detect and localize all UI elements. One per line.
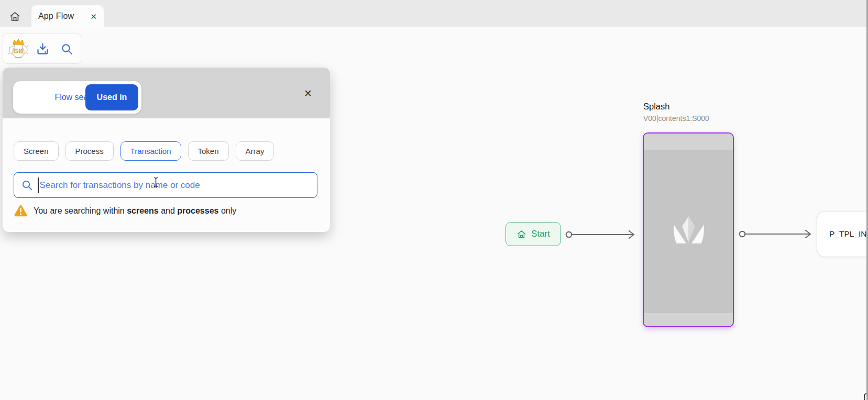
start-node-label: Start: [531, 229, 550, 239]
filter-chip-token[interactable]: Token: [188, 141, 229, 161]
used-in-search-panel: Flow search Used in ✕ Screen Process Tra…: [3, 68, 330, 232]
transaction-search-input[interactable]: [40, 180, 317, 191]
ibeam-mouse-cursor: [152, 177, 159, 187]
vertical-scrollbar[interactable]: [866, 0, 868, 400]
tab-close-icon[interactable]: ✕: [90, 13, 97, 20]
phone-statusbar: [644, 134, 733, 150]
start-node[interactable]: Start: [506, 222, 561, 246]
canvas-toolbar: GB: [3, 34, 81, 64]
search-input-icon: [21, 179, 33, 191]
home-button[interactable]: [4, 6, 25, 27]
download-icon: [36, 42, 50, 56]
transaction-search-box[interactable]: [14, 172, 317, 198]
process-node-label: P_TPL_IN: [829, 229, 867, 239]
panel-header: Flow search Used in ✕: [3, 68, 330, 118]
process-node-p-tpl-in[interactable]: P_TPL_IN: [817, 211, 868, 257]
warning-bold-processes: processes: [177, 206, 218, 215]
text-caret: [38, 177, 39, 193]
splash-logo-icon: [673, 216, 705, 244]
entity-filter-row: Screen Process Transaction Token Array: [14, 141, 274, 161]
top-tab-bar: App Flow ✕: [0, 0, 868, 27]
warning-part2: and: [159, 206, 178, 215]
mode-toggle: Flow search Used in: [13, 81, 141, 114]
download-button[interactable]: [31, 38, 53, 60]
warning-icon: [14, 204, 28, 217]
gb-logo-text: GB: [13, 47, 24, 55]
edge-splash-to-next: [740, 230, 810, 238]
start-home-icon: [517, 229, 526, 239]
gb-logo-button[interactable]: GB: [7, 38, 29, 60]
home-icon: [9, 10, 21, 23]
warning-text: You are searching within screens and pro…: [34, 206, 236, 216]
warning-part1: You are searching within: [34, 206, 127, 215]
tab-used-in[interactable]: Used in: [85, 84, 138, 110]
splash-screen-node[interactable]: [643, 132, 734, 327]
edge-start-to-splash: [566, 231, 634, 238]
warning-bold-screens: screens: [127, 206, 159, 215]
splash-node-subtitle: V00|contents1:S000: [643, 114, 709, 123]
filter-chip-screen[interactable]: Screen: [14, 141, 59, 161]
tab-app-flow[interactable]: App Flow ✕: [31, 5, 104, 27]
search-icon: [60, 42, 73, 55]
warning-part3: only: [218, 206, 236, 215]
panel-close-button[interactable]: ✕: [301, 86, 315, 100]
splash-node-title: Splash: [643, 102, 669, 112]
gb-mascot-icon: GB: [7, 37, 29, 60]
filter-chip-process[interactable]: Process: [65, 141, 114, 161]
phone-bottombar: [644, 313, 733, 326]
filter-chip-array[interactable]: Array: [236, 141, 274, 161]
filter-chip-transaction[interactable]: Transaction: [120, 141, 181, 161]
search-tool-button[interactable]: [56, 38, 78, 60]
search-scope-warning: You are searching within screens and pro…: [14, 204, 236, 217]
tab-title: App Flow: [38, 12, 74, 21]
